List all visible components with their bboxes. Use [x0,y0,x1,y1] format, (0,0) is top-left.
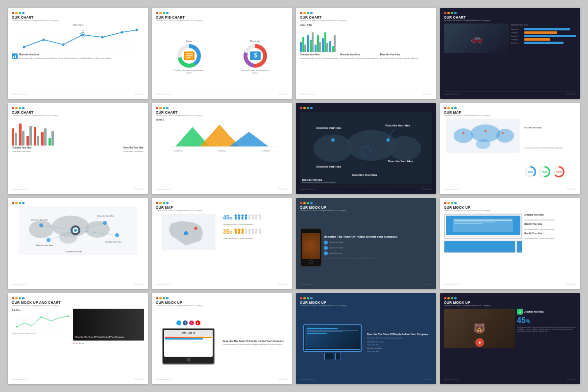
svg-point-99 [258,215,261,217]
slide-2-footer: www.yourcompany.com Your Company [156,92,288,95]
chart-small [12,312,71,332]
slide-15-content: Describe The Team Of People behind Your … [300,309,432,376]
slide-12-content: Describe Your Idea Lorem ipsum dolor sit… [444,214,576,281]
dot-green [19,12,21,14]
slide-2-content: Sales Describe Your Idea lorem ipsum dol… [156,24,288,91]
slide-5: OUR CHART Describe The Team Of People Be… [8,103,148,194]
slide-16-subtitle: Describe The Team Of People Behind Your … [444,304,576,307]
team-desc-label: Describe The Team Of People behind Your … [75,336,124,338]
svg-point-5 [62,44,65,46]
slide-13-content: Title Here PragueBratislavaWarsawKrakow [12,309,144,376]
slide-10: OUR MAP Describe The Team Of People Behi… [152,198,292,289]
footer-page-1: Your Company [134,93,144,95]
svg-rect-110 [248,231,250,234]
svg-point-49 [463,132,465,134]
slide-10-subtitle: Describe The Team Of People Behind Your … [156,209,288,212]
svg-point-3 [23,46,25,49]
svg-point-93 [248,215,250,217]
svg-point-50 [485,130,487,132]
svg-point-101 [234,229,237,231]
svg-point-89 [241,215,244,217]
instagram-icon: i [189,320,194,325]
svg-point-95 [251,215,254,217]
slide-2-dots [156,12,288,14]
slide-11-title: OUR MOCK UP [300,206,432,209]
play-button: ▶ [475,338,484,347]
slide-4-title: OUR CHART [444,16,576,19]
svg-rect-86 [235,217,237,220]
svg-point-8 [121,31,123,34]
svg-text:Describe Your Idea: Describe Your Idea [388,160,413,163]
svg-point-4 [43,39,45,41]
slide-15: OUR MOCK UP Describe The Team Of People … [296,293,436,384]
svg-point-120 [16,326,18,328]
slide-13: OUR MOCK UP AND CHART Describe The Team … [8,293,148,384]
slide-6: OUR CHART Describe The Team Of People Be… [152,103,292,194]
slide-2: OUR PIE CHART Describe The Team Of Peopl… [152,8,292,99]
slide-5-content: Describe Your Idea Lorem ipsum consectet… [12,119,144,186]
svg-rect-90 [242,217,244,220]
svg-rect-116 [259,231,261,234]
svg-point-84 [195,227,197,230]
slide-13-title: OUR MOCK UP AND CHART [12,301,144,304]
svg-text:Describe Your Idea: Describe Your Idea [36,244,53,246]
slide-8: OUR MAP Describe The Team Of People Behi… [440,103,580,194]
chart-title-3: Chart Title [300,24,432,26]
slide-10-title: OUR MAP [156,206,288,209]
svg-rect-104 [238,231,240,234]
line-chart-svg: ⊙ [12,27,144,52]
svg-point-51 [502,132,504,134]
slide-1-title: OUR CHART [12,16,144,19]
youtube-icon: ▶ [196,320,200,325]
dot-orange [15,12,18,14]
svg-text:Describe Your Idea: Describe Your Idea [317,165,342,168]
svg-point-83 [184,231,188,235]
svg-point-97 [255,215,257,217]
twitter-icon: t [176,320,181,325]
svg-rect-112 [252,231,254,234]
svg-marker-28 [229,132,269,147]
svg-rect-13 [15,55,16,58]
svg-point-41 [331,138,335,142]
svg-text:⊙: ⊙ [82,29,84,32]
svg-point-7 [101,36,104,39]
svg-rect-98 [255,217,257,220]
svg-text:Describe Your Idea: Describe Your Idea [105,241,122,243]
slide-6-title: OUR CHART [156,111,288,114]
svg-point-33 [388,136,421,161]
slide-3-content: Chart Title [300,24,432,91]
facebook-icon: f [183,320,188,325]
slide-3: OUR CHART Describe The Team Of People Be… [296,8,436,99]
slide-7: Describe Your Idea Describe Your Idea De… [296,103,436,194]
svg-point-48 [476,139,490,149]
svg-rect-96 [252,217,254,220]
blue-monitor [303,324,362,352]
slide-2-title: OUR PIE CHART [156,16,288,19]
pie-chart-1 [177,44,201,68]
slide-6-content: Series 1 Category 1 Category 2 Category … [156,119,288,186]
slide-8-content: Describe Your Idea Lorem ipsum dolor sit… [444,119,576,186]
slide-4-subtitle: Describe The Team Of People Behind Your … [444,19,576,22]
pie-desc-2: Describe Your Idea lorem ipsum dolor sit… [241,70,270,74]
slide-1: OUR CHART Describe The Team Of People Be… [8,8,148,99]
svg-point-45 [454,128,473,143]
star-icon: ★ [517,309,523,315]
pct-45: 45% [223,214,233,221]
svg-point-62 [29,220,53,238]
aus-map-svg [156,214,221,250]
dark-world-map: Describe Your Idea Describe Your Idea De… [300,111,432,186]
slide-3-title: OUR CHART [300,16,432,19]
slide-12-title: OUR MOCK UP [444,206,576,209]
svg-text:Describe Your Idea: Describe Your Idea [31,219,49,221]
slide-1-dots [12,12,144,14]
stat-45: 45% [517,316,576,325]
slide-14-title: OUR MOCK UP [156,301,288,304]
monitor-mockup [444,214,522,239]
svg-point-9 [136,29,138,31]
dot-red [12,12,14,14]
svg-text:Describe Your Idea: Describe Your Idea [317,126,342,129]
svg-rect-12 [13,56,14,58]
svg-text:Describe Your Idea: Describe Your Idea [385,124,410,127]
svg-point-105 [241,229,244,231]
slide-5-title: OUR CHART [12,111,144,114]
